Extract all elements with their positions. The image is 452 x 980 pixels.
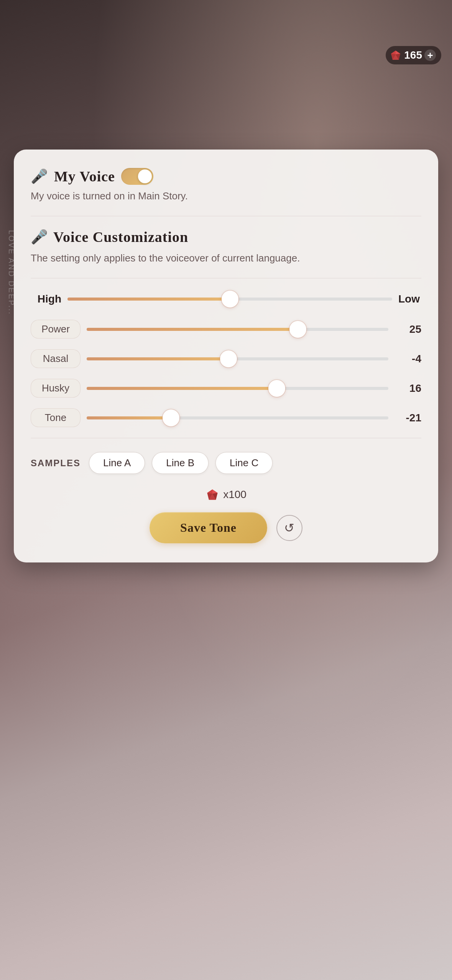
power-thumb[interactable] xyxy=(289,321,306,338)
power-track xyxy=(87,328,388,331)
tone-track xyxy=(87,416,388,419)
nasal-slider-container[interactable] xyxy=(87,357,388,360)
tone-thumb[interactable] xyxy=(163,409,179,426)
low-label: Low xyxy=(398,293,421,305)
tone-value: -21 xyxy=(394,412,421,424)
voice-customization-header: 🎤 Voice Customization xyxy=(31,229,421,245)
high-low-fill xyxy=(67,298,230,301)
power-slider-row: Power 25 xyxy=(31,320,421,339)
reset-icon: ↺ xyxy=(284,521,294,535)
high-low-track xyxy=(67,298,392,301)
nasal-label: Nasal xyxy=(31,349,81,368)
high-label: High xyxy=(31,293,61,305)
sample-line-b-button[interactable]: Line B xyxy=(152,452,209,474)
mic-icon-my-voice: 🎤 xyxy=(31,168,48,184)
power-slider-container[interactable] xyxy=(87,328,388,331)
tone-label: Tone xyxy=(31,408,81,427)
my-voice-title: My Voice xyxy=(54,168,115,185)
high-low-slider-container[interactable] xyxy=(67,298,392,301)
voice-customization-subtitle: The setting only applies to the voiceove… xyxy=(31,251,421,266)
husky-label: Husky xyxy=(31,379,81,398)
tone-fill xyxy=(87,416,171,419)
divider-1 xyxy=(31,216,421,216)
currency-plus-button[interactable]: + xyxy=(424,49,436,61)
sample-line-c-button[interactable]: Line C xyxy=(215,452,273,474)
husky-slider-row: Husky 16 xyxy=(31,379,421,398)
toggle-thumb xyxy=(138,169,152,183)
nasal-track xyxy=(87,357,388,360)
cost-gem-icon xyxy=(205,488,219,502)
power-fill xyxy=(87,328,298,331)
voice-settings-modal: 🎤 My Voice My voice is turned on in Main… xyxy=(14,150,438,562)
nasal-slider-row: Nasal -4 xyxy=(31,349,421,368)
nasal-value: -4 xyxy=(394,353,421,365)
nasal-fill xyxy=(87,357,228,360)
divider-2 xyxy=(31,278,421,278)
power-value: 25 xyxy=(394,323,421,335)
save-tone-button[interactable]: Save Tone xyxy=(150,512,267,543)
tone-slider-row: Tone -21 xyxy=(31,408,421,427)
currency-amount: 165 xyxy=(404,49,422,61)
husky-thumb[interactable] xyxy=(268,380,285,397)
my-voice-toggle[interactable] xyxy=(121,168,153,185)
samples-label: SAMPLES xyxy=(31,458,81,469)
power-label: Power xyxy=(31,320,81,339)
action-row: Save Tone ↺ xyxy=(31,512,421,543)
reset-button[interactable]: ↺ xyxy=(276,515,302,541)
husky-fill xyxy=(87,387,277,390)
high-low-slider-row: High Low xyxy=(31,293,421,305)
nasal-thumb[interactable] xyxy=(220,350,237,367)
samples-row: SAMPLES Line A Line B Line C xyxy=(31,452,421,474)
currency-badge: 165 + xyxy=(386,46,441,64)
husky-track xyxy=(87,387,388,390)
my-voice-header: 🎤 My Voice xyxy=(31,168,421,185)
cost-text: x100 xyxy=(223,488,247,501)
high-low-thumb[interactable] xyxy=(222,291,238,307)
voice-customization-title: Voice Customization xyxy=(53,229,188,245)
my-voice-subtitle: My voice is turned on in Main Story. xyxy=(31,190,421,202)
cost-row: x100 xyxy=(31,488,421,502)
divider-3 xyxy=(31,438,421,438)
gem-icon xyxy=(390,49,402,61)
husky-slider-container[interactable] xyxy=(87,387,388,390)
sample-line-a-button[interactable]: Line A xyxy=(89,452,145,474)
mic-icon-customization: 🎤 xyxy=(31,229,48,245)
husky-value: 16 xyxy=(394,382,421,395)
tone-slider-container[interactable] xyxy=(87,416,388,419)
